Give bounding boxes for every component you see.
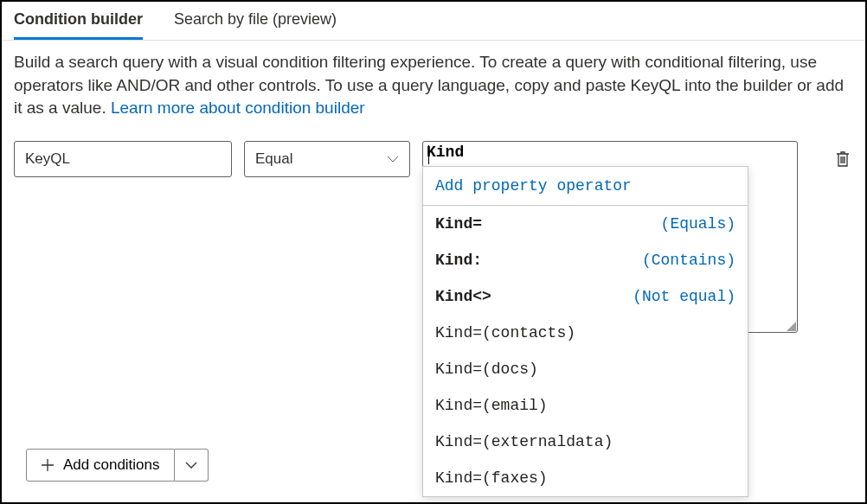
chevron-down-icon: [185, 459, 197, 471]
autocomplete-value-label: Kind=(docs): [435, 360, 538, 378]
chevron-down-icon: [387, 153, 399, 165]
add-conditions-label: Add conditions: [63, 456, 160, 474]
add-conditions-caret-button[interactable]: [175, 449, 209, 482]
delete-condition-button[interactable]: [832, 141, 853, 177]
autocomplete-op-label: Kind:: [435, 252, 482, 269]
value-input[interactable]: [427, 144, 790, 161]
trash-icon: [834, 150, 851, 169]
autocomplete-op-hint: (Not equal): [633, 288, 735, 305]
autocomplete-value-label: Kind=(email): [435, 397, 548, 414]
autocomplete-dropdown: Add property operator Kind= (Equals) Kin…: [422, 166, 748, 497]
autocomplete-value-item[interactable]: Kind=(email): [423, 387, 748, 424]
autocomplete-value-item[interactable]: Kind=(contacts): [423, 315, 748, 351]
autocomplete-operator-item[interactable]: Kind: (Contains): [423, 242, 748, 278]
autocomplete-value-item[interactable]: Kind=(faxes): [423, 460, 748, 496]
tab-condition-builder[interactable]: Condition builder: [14, 10, 143, 40]
plus-icon: [41, 458, 55, 472]
condition-row: KeyQL Equal Add property operator Kind= …: [2, 132, 865, 341]
autocomplete-header: Add property operator: [423, 167, 748, 206]
autocomplete-op-hint: (Contains): [642, 252, 735, 269]
autocomplete-op-label: Kind=: [435, 215, 482, 233]
footer-actions: Add conditions: [26, 449, 209, 482]
operator-select[interactable]: Equal: [244, 141, 410, 177]
tab-search-by-file[interactable]: Search by file (preview): [174, 10, 337, 40]
autocomplete-operator-item[interactable]: Kind<> (Not equal): [423, 278, 748, 315]
operator-select-value: Equal: [255, 150, 292, 168]
description-text: Build a search query with a visual condi…: [2, 41, 865, 132]
tabs-bar: Condition builder Search by file (previe…: [2, 2, 865, 41]
autocomplete-op-hint: (Equals): [661, 215, 735, 233]
autocomplete-value-item[interactable]: Kind=(externaldata): [423, 424, 748, 460]
autocomplete-operator-item[interactable]: Kind= (Equals): [423, 206, 748, 242]
autocomplete-value-item[interactable]: Kind=(docs): [423, 351, 748, 387]
add-conditions-button[interactable]: Add conditions: [26, 449, 175, 482]
autocomplete-op-label: Kind<>: [435, 288, 491, 305]
autocomplete-value-label: Kind=(contacts): [435, 324, 575, 341]
value-group: Add property operator Kind= (Equals) Kin…: [422, 141, 820, 333]
learn-more-link[interactable]: Learn more about condition builder: [111, 99, 365, 117]
resize-handle-icon[interactable]: [787, 322, 796, 331]
property-select[interactable]: KeyQL: [14, 141, 232, 177]
property-select-value: KeyQL: [25, 150, 70, 168]
autocomplete-value-label: Kind=(externaldata): [435, 433, 613, 450]
autocomplete-value-label: Kind=(faxes): [435, 469, 548, 487]
